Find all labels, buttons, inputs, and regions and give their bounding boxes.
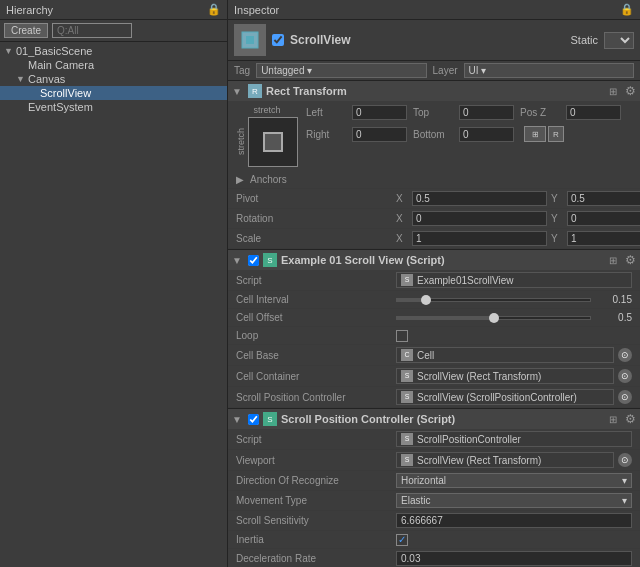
scrollview-label: ScrollView: [40, 87, 91, 99]
stretch-box[interactable]: [248, 117, 298, 167]
cell-interval-slider[interactable]: [396, 298, 591, 302]
cell-interval-row: Cell Interval 0.15: [228, 291, 640, 309]
cell-interval-value: 0.15: [597, 294, 632, 305]
viewport-row: Viewport S ScrollView (Rect Transform) ⊙: [228, 450, 640, 471]
eventsystem-label: EventSystem: [28, 101, 93, 113]
search-input[interactable]: [52, 23, 132, 38]
expand-arrow-scene: ▼: [4, 46, 14, 56]
create-button[interactable]: Create: [4, 23, 48, 38]
rot-y-label: Y: [551, 213, 563, 224]
hierarchy-toolbar: Create: [0, 20, 227, 42]
tag-label: Tag: [234, 65, 250, 76]
loop-checkbox[interactable]: [396, 330, 408, 342]
cell-offset-slider-row: 0.5: [396, 312, 632, 323]
viewport-icon: S: [401, 454, 413, 466]
example-enabled-checkbox[interactable]: [248, 255, 259, 266]
direction-label: Direction Of Recognize: [236, 475, 396, 486]
cell-offset-row: Cell Offset 0.5: [228, 309, 640, 327]
rot-x-label: X: [396, 213, 408, 224]
stretch-side-label: stretch: [236, 128, 246, 155]
direction-arrow: ▾: [622, 475, 627, 486]
scroll-sensitivity-input[interactable]: [396, 513, 632, 528]
loop-label: Loop: [236, 330, 396, 341]
layer-dropdown[interactable]: UI ▾: [464, 63, 634, 78]
blueprint-icon[interactable]: ⊞: [524, 126, 546, 142]
movement-type-dropdown[interactable]: Elastic ▾: [396, 493, 632, 508]
hierarchy-item-scene[interactable]: ▼ 01_BasicScene: [0, 44, 227, 58]
scale-y-input[interactable]: [567, 231, 640, 246]
movement-type-label: Movement Type: [236, 495, 396, 506]
example-scroll-view-header[interactable]: ▼ S Example 01 Scroll View (Script) ⊞ ⚙: [228, 250, 640, 270]
cell-interval-label: Cell Interval: [236, 294, 396, 305]
hierarchy-item-canvas[interactable]: ▼ Canvas: [0, 72, 227, 86]
rect-transform-header[interactable]: ▼ R Rect Transform ⊞ ⚙: [228, 81, 640, 101]
cell-container-icon: S: [401, 370, 413, 382]
scroll-pos-ctrl-label: Scroll Position Controller: [236, 392, 396, 403]
pivot-x-input[interactable]: [412, 191, 547, 206]
anchors-section: ▶ Anchors: [228, 171, 640, 189]
posz-input[interactable]: [566, 105, 621, 120]
deceleration-input[interactable]: [396, 551, 632, 566]
cell-container-label: Cell Container: [236, 371, 396, 382]
active-checkbox[interactable]: [272, 34, 284, 46]
scale-x-input[interactable]: [412, 231, 547, 246]
viewport-ref: S ScrollView (Rect Transform): [396, 452, 614, 468]
cell-container-ref: S ScrollView (Rect Transform): [396, 368, 614, 384]
cell-base-circle-btn[interactable]: ⊙: [618, 348, 632, 362]
stretch-inner-box: [263, 132, 283, 152]
spc-enabled-checkbox[interactable]: [248, 414, 259, 425]
hierarchy-item-scrollview[interactable]: ▶ ScrollView: [0, 86, 227, 100]
svg-rect-1: [246, 36, 254, 44]
static-dropdown[interactable]: [604, 32, 634, 49]
pivot-y-label: Y: [551, 193, 563, 204]
rot-y-input[interactable]: [567, 211, 640, 226]
spc-title: Scroll Position Controller (Script): [281, 413, 605, 425]
example-script-value-row: S Example01ScrollView: [396, 272, 632, 288]
example-gear-icon: ⚙: [625, 253, 636, 267]
main-camera-label: Main Camera: [28, 59, 94, 71]
canvas-label: Canvas: [28, 73, 65, 85]
scroll-pos-ctrl-value: ScrollView (ScrollPositionController): [417, 392, 577, 403]
cell-base-value: Cell: [417, 350, 434, 361]
gameobject-name-input[interactable]: [290, 33, 564, 47]
left-input[interactable]: [352, 105, 407, 120]
direction-row: Direction Of Recognize Horizontal ▾: [228, 471, 640, 491]
layer-label: Layer: [433, 65, 458, 76]
cell-offset-slider[interactable]: [396, 316, 591, 320]
tag-dropdown[interactable]: Untagged ▾: [256, 63, 426, 78]
top-label: Top: [413, 107, 453, 118]
spc-header[interactable]: ▼ S Scroll Position Controller (Script) …: [228, 409, 640, 429]
anchors-fold-arrow[interactable]: ▶: [236, 174, 244, 185]
cell-container-circle-btn[interactable]: ⊙: [618, 369, 632, 383]
inspector-content: ▼ R Rect Transform ⊞ ⚙ stretch stretch: [228, 81, 640, 567]
hierarchy-lock-icon: 🔒: [207, 3, 221, 16]
cell-interval-thumb: [421, 295, 431, 305]
hierarchy-item-eventsystem[interactable]: ▶ EventSystem: [0, 100, 227, 114]
expand-arrow-canvas: ▼: [16, 74, 26, 84]
scroll-pos-ctrl-icon: S: [401, 391, 413, 403]
scroll-pos-ctrl-circle-btn[interactable]: ⊙: [618, 390, 632, 404]
rot-x-input[interactable]: [412, 211, 547, 226]
inertia-row: Inertia ✓: [228, 531, 640, 549]
movement-type-row: Movement Type Elastic ▾: [228, 491, 640, 511]
cell-base-row: Cell Base C Cell ⊙: [228, 345, 640, 366]
scale-x-label: X: [396, 233, 408, 244]
rect-transform-title: Rect Transform: [266, 85, 605, 97]
scale-xyz-row: X Y Z: [396, 231, 640, 246]
right-input[interactable]: [352, 127, 407, 142]
viewport-value: ScrollView (Rect Transform): [417, 455, 541, 466]
rotation-xyz-row: X Y Z: [396, 211, 640, 226]
scroll-pos-ctrl-value-row: S ScrollView (ScrollPositionController) …: [396, 389, 632, 405]
top-input[interactable]: [459, 105, 514, 120]
direction-dropdown[interactable]: Horizontal ▾: [396, 473, 632, 488]
inertia-checkbox[interactable]: ✓: [396, 534, 408, 546]
inspector-title-bar: Inspector 🔒: [228, 0, 640, 20]
hierarchy-item-main-camera[interactable]: ▶ Main Camera: [0, 58, 227, 72]
bottom-input[interactable]: [459, 127, 514, 142]
movement-type-dropdown-row: Elastic ▾: [396, 493, 632, 508]
movement-type-arrow: ▾: [622, 495, 627, 506]
pivot-y-input[interactable]: [567, 191, 640, 206]
viewport-circle-btn[interactable]: ⊙: [618, 453, 632, 467]
r-icon[interactable]: R: [548, 126, 564, 142]
anchors-label: Anchors: [250, 174, 287, 185]
